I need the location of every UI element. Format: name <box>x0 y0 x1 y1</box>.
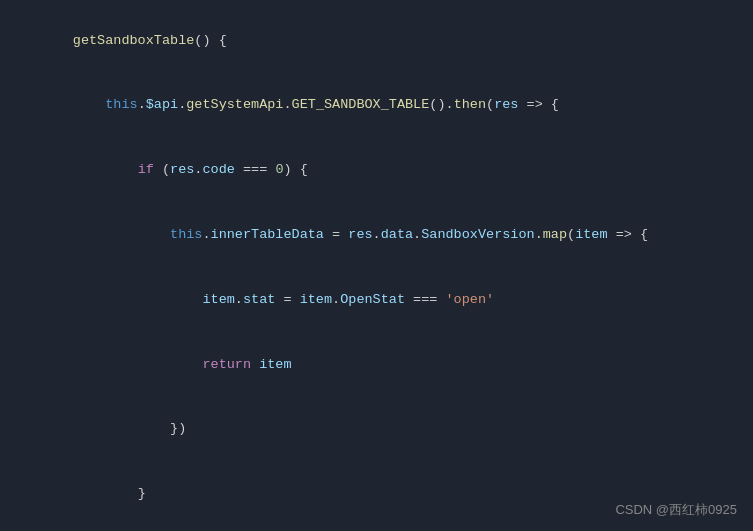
code-line: item.stat = item.OpenStat === 'open' <box>0 267 753 332</box>
code-line: this.innerTableData = res.data.SandboxVe… <box>0 202 753 267</box>
watermark: CSDN @西红柿0925 <box>615 500 737 521</box>
code-container: getSandboxTable() { this.$api.getSystemA… <box>0 0 753 531</box>
code-line: return item <box>0 332 753 397</box>
code-line: getSandboxTable() { <box>0 8 753 73</box>
code-line: this.$api.getSystemApi.GET_SANDBOX_TABLE… <box>0 73 753 138</box>
code-line: if (res.code === 0) { <box>0 138 753 203</box>
code-line: }) <box>0 526 753 531</box>
code-line: }) <box>0 397 753 462</box>
